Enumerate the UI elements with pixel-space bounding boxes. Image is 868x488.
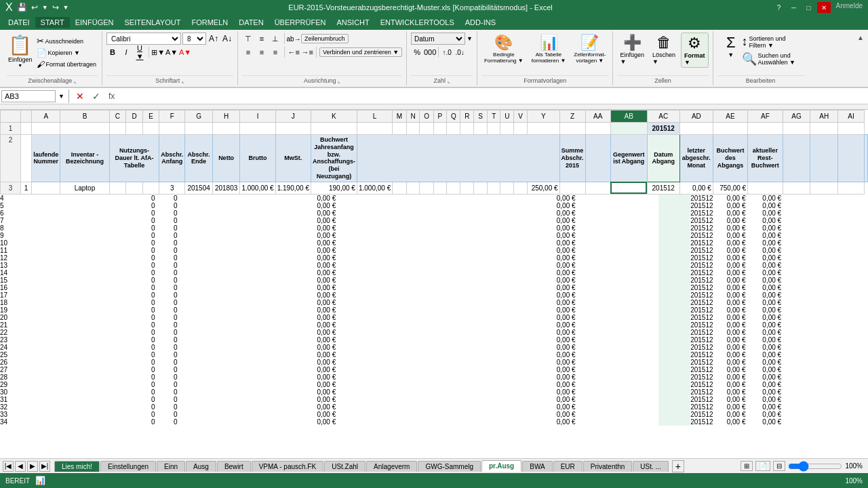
row-num-12[interactable]: 12 — [0, 254, 20, 262]
font-color-btn[interactable]: A▼ — [179, 46, 191, 58]
align-center-btn[interactable]: ≡ — [256, 46, 268, 58]
col-header-G[interactable]: G — [185, 110, 213, 123]
quick-undo[interactable]: ↩ — [31, 3, 38, 12]
col-header-I[interactable]: I — [240, 110, 275, 123]
row-num-24[interactable]: 24 — [0, 344, 20, 351]
row-num-28[interactable]: 28 — [0, 373, 20, 381]
col-header-O[interactable]: O — [420, 110, 433, 123]
bold-btn[interactable]: B — [106, 46, 119, 58]
close-btn[interactable]: ✕ — [817, 2, 831, 13]
sheet-nav-first[interactable]: |◀ — [3, 461, 14, 472]
col-header-V[interactable]: V — [514, 110, 528, 123]
row-num-21[interactable]: 21 — [0, 321, 20, 329]
menu-daten[interactable]: DATEN — [233, 17, 269, 28]
row-num-30[interactable]: 30 — [0, 388, 20, 396]
quick-more[interactable]: ▼ — [63, 4, 69, 11]
tab-ausg[interactable]: Ausg — [186, 461, 216, 472]
indent-decrease-btn[interactable]: ←≡ — [288, 46, 300, 58]
active-cell-AB3[interactable] — [610, 182, 647, 194]
row-num-1[interactable]: 1 — [1, 123, 21, 135]
row-num-10[interactable]: 10 — [0, 239, 20, 247]
minimize-btn[interactable]: ─ — [787, 2, 801, 13]
auto-sum-btn[interactable]: Σ ▼ — [724, 33, 738, 60]
fill-color-btn[interactable]: A▼ — [165, 46, 178, 58]
col-header-H[interactable]: H — [212, 110, 240, 123]
col-header-Y[interactable]: Y — [527, 110, 559, 123]
col-header-AE[interactable]: AE — [713, 110, 747, 123]
row-num-3[interactable]: 3 — [1, 182, 21, 194]
menu-start[interactable]: START — [35, 17, 70, 28]
tab-bewirt[interactable]: Bewirt — [217, 461, 251, 472]
col-header-AI[interactable]: AI — [837, 110, 864, 123]
tab-einn[interactable]: Einn — [157, 461, 185, 472]
delete-cells-btn[interactable]: 🗑 Löschen▼ — [650, 33, 678, 66]
row-num-4[interactable]: 4 — [0, 195, 20, 202]
tab-vpma[interactable]: VPMA - pausch.FK — [252, 461, 323, 472]
collapse-ribbon-btn[interactable]: ▲ — [856, 31, 865, 85]
tab-pr-ausg[interactable]: pr.Ausg — [481, 460, 521, 472]
col-header-T[interactable]: T — [487, 110, 500, 123]
col-header-K[interactable]: K — [311, 110, 357, 123]
formula-input[interactable] — [120, 92, 867, 100]
paste-btn[interactable]: 📋 Einfügen ▼ — [7, 33, 34, 69]
menu-entwicklertools[interactable]: ENTWICKLERTOOLS — [375, 17, 460, 28]
row-num-20[interactable]: 20 — [0, 314, 20, 321]
italic-btn[interactable]: I — [120, 46, 132, 58]
row-num-15[interactable]: 15 — [0, 277, 20, 284]
row-num-27[interactable]: 27 — [0, 366, 20, 373]
comma-btn[interactable]: 000 — [424, 46, 436, 58]
add-sheet-btn[interactable]: + — [672, 460, 684, 472]
row-num-19[interactable]: 19 — [0, 306, 20, 314]
sheet-nav-last[interactable]: ▶| — [39, 461, 50, 472]
row-num-17[interactable]: 17 — [0, 291, 20, 299]
row-num-7[interactable]: 7 — [0, 217, 20, 224]
row-num-14[interactable]: 14 — [0, 269, 20, 277]
layout-view-btn[interactable]: 📄 — [755, 461, 770, 471]
merge-center-btn[interactable]: Verbinden und zentrieren ▼ — [319, 47, 402, 57]
col-header-S[interactable]: S — [474, 110, 488, 123]
row-num-25[interactable]: 25 — [0, 351, 20, 359]
format-cells-btn[interactable]: ⚙ Format▼ — [681, 33, 709, 68]
normal-view-btn[interactable]: ⊞ — [741, 461, 753, 471]
tab-einstellungen[interactable]: Einstellungen — [100, 461, 156, 472]
tab-ust-zahl[interactable]: USt.Zahl — [324, 461, 366, 472]
zeilenumbruch-btn[interactable]: Zeilenumbruch — [301, 34, 349, 43]
align-bottom-btn[interactable]: ⊥ — [269, 33, 281, 45]
col-header-N[interactable]: N — [406, 110, 420, 123]
row-num-11[interactable]: 11 — [0, 247, 20, 254]
als-tabelle-btn[interactable]: 📊 Als Tabelleformatieren ▼ — [529, 33, 569, 65]
col-header-AG[interactable]: AG — [783, 110, 810, 123]
tab-privatenthn[interactable]: Privatenthn — [583, 461, 633, 472]
name-box[interactable] — [1, 90, 56, 102]
row-num-5[interactable]: 5 — [0, 202, 20, 209]
tab-ust-dots[interactable]: USt. ... — [633, 461, 669, 472]
col-header-Q[interactable]: Q — [447, 110, 460, 123]
row-num-22[interactable]: 22 — [0, 329, 20, 336]
col-header-AF[interactable]: AF — [748, 110, 783, 123]
row-num-34[interactable]: 34 — [0, 418, 20, 426]
increase-font-btn[interactable]: A↑ — [208, 33, 220, 45]
row-num-9[interactable]: 9 — [0, 232, 20, 239]
align-middle-btn[interactable]: ≡ — [256, 33, 268, 45]
align-left-btn[interactable]: ≡ — [242, 46, 254, 58]
number-format-select[interactable]: Datum — [411, 33, 465, 45]
col-header-D[interactable]: D — [126, 110, 143, 123]
quick-redo[interactable]: ↪ — [52, 3, 59, 12]
align-right-btn[interactable]: ≡ — [269, 46, 281, 58]
number-format-dropdown[interactable]: ▼ — [467, 35, 473, 42]
row-num-16[interactable]: 16 — [0, 284, 20, 291]
decrease-decimal-btn[interactable]: .0↓ — [454, 46, 466, 58]
tab-bwa[interactable]: BWA — [522, 461, 552, 472]
col-header-A[interactable]: A — [32, 110, 60, 123]
menu-formeln[interactable]: FORMELN — [186, 17, 233, 28]
sheet-nav-prev[interactable]: ◀ — [15, 461, 26, 472]
col-header-C[interactable]: C — [109, 110, 126, 123]
row-num-6[interactable]: 6 — [0, 209, 20, 217]
increase-decimal-btn[interactable]: ↑.0 — [441, 46, 453, 58]
name-box-dropdown[interactable]: ▼ — [58, 93, 64, 100]
tab-lies-mich[interactable]: Lies mich! — [54, 461, 100, 472]
font-size-select[interactable]: 8 — [182, 33, 206, 45]
menu-datei[interactable]: DATEI — [3, 17, 35, 28]
insert-function-btn[interactable]: fx — [106, 92, 117, 101]
row-num-13[interactable]: 13 — [0, 262, 20, 269]
